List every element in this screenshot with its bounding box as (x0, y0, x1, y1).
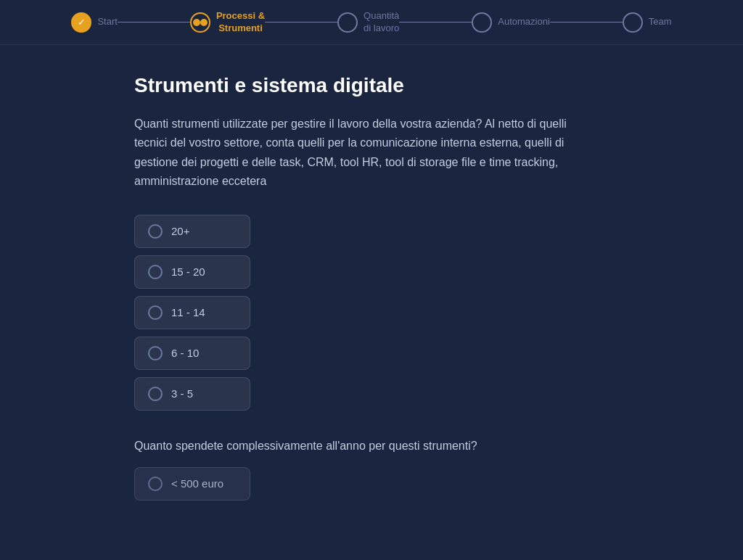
main-content: Strumenti e sistema digitale Quanti stru… (0, 45, 743, 530)
option-500-euro[interactable]: < 500 euro (134, 467, 250, 501)
step-processi[interactable]: Processi &Strumenti (190, 10, 265, 35)
step-circle-processi (190, 12, 210, 33)
step-label-quantita: Quantitàdi lavoro (364, 10, 399, 35)
second-question: Quanto spendete complessivamente all'ann… (134, 437, 570, 456)
option-20plus[interactable]: 20+ (134, 215, 250, 248)
step-label-processi: Processi &Strumenti (216, 10, 265, 35)
option-label-3-5: 3 - 5 (171, 387, 193, 400)
radio-6-10 (148, 346, 163, 361)
stepper: ✓ Start Processi &Strumenti Quantitàdi l… (0, 0, 743, 45)
page-title: Strumenti e sistema digitale (134, 74, 609, 97)
step-circle-start: ✓ (71, 12, 91, 33)
radio-500-euro (148, 477, 163, 491)
option-label-20plus: 20+ (171, 225, 189, 237)
option-label-15-20: 15 - 20 (171, 265, 205, 278)
step-quantita[interactable]: Quantitàdi lavoro (337, 10, 399, 35)
radio-20plus (148, 224, 163, 239)
step-label-start: Start (97, 16, 117, 28)
option-6-10[interactable]: 6 - 10 (134, 337, 250, 370)
option-label-6-10: 6 - 10 (171, 347, 199, 359)
step-automazioni[interactable]: Automazioni (472, 12, 550, 33)
connector-2 (265, 22, 337, 22)
options-list: 20+ 15 - 20 11 - 14 6 - 10 3 - 5 (134, 215, 609, 411)
step-circle-team (623, 12, 643, 33)
step-label-team: Team (649, 16, 672, 28)
step-circle-quantita (337, 12, 358, 33)
radio-11-14 (148, 305, 163, 320)
radio-15-20 (148, 265, 163, 279)
option-label-500-euro: < 500 euro (171, 477, 223, 490)
step-team[interactable]: Team (623, 12, 672, 33)
radio-3-5 (148, 387, 163, 401)
option-15-20[interactable]: 15 - 20 (134, 255, 250, 289)
step-label-automazioni: Automazioni (498, 16, 550, 28)
connector-1 (118, 22, 190, 22)
step-start[interactable]: ✓ Start (71, 12, 117, 33)
connector-4 (550, 22, 623, 22)
option-11-14[interactable]: 11 - 14 (134, 296, 250, 329)
step-circle-automazioni (472, 12, 492, 33)
connector-3 (399, 22, 472, 22)
page-description: Quanti strumenti utilizzate per gestire … (134, 115, 570, 192)
option-label-11-14: 11 - 14 (171, 306, 205, 318)
option-3-5[interactable]: 3 - 5 (134, 377, 250, 411)
